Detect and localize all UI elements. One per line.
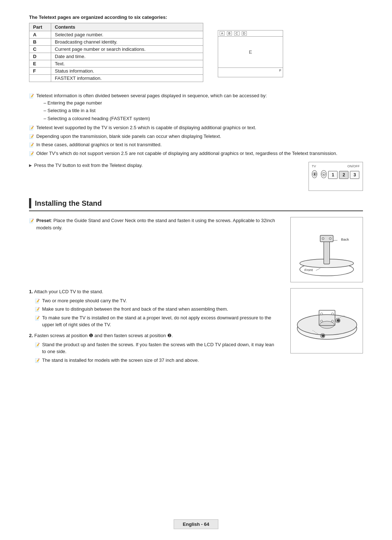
section-bar-icon	[29, 198, 31, 208]
col-header-part: Part	[29, 23, 51, 31]
top-row: Part Contents A Selected page number. B …	[29, 23, 363, 86]
step-2-note-text-2: The stand is installed for models with t…	[42, 357, 199, 364]
col-header-contents: Contents	[51, 23, 203, 31]
label-d: D	[242, 31, 247, 36]
preset-note: 📝 Preset: Place the Guide Stand and Cove…	[29, 217, 276, 231]
tv-center-e: E	[218, 37, 283, 68]
table-row: E Text.	[29, 60, 203, 68]
remote-top-labels: TV ON/OFF	[312, 164, 360, 168]
svg-text:Front: Front	[305, 268, 313, 272]
note-item-4: 📝 In these cases, additional graphics or…	[29, 141, 363, 148]
note-icon-1: 📝	[29, 93, 34, 99]
step-1-note-3: 📝 To make sure the TV is installed on th…	[35, 314, 276, 328]
press-note-item: ▶ Press the TV button to exit from the T…	[29, 162, 294, 169]
note-icon-5: 📝	[29, 151, 34, 157]
remote-btn-1: 1	[328, 171, 338, 179]
part-empty	[29, 75, 51, 82]
step-1-note-2: 📝 Make sure to distinguish between the f…	[35, 306, 276, 313]
press-note-icon: ▶	[29, 163, 32, 168]
note-text-3: Depending upon the transmission, blank s…	[36, 133, 221, 140]
note-icon-4: 📝	[29, 142, 34, 148]
section-title: Installing the Stand	[35, 199, 102, 208]
stand-preset-row: 📝 Preset: Place the Guide Stand and Cove…	[29, 217, 363, 282]
content-c: Current page number or search indication…	[51, 46, 203, 53]
step-1-note-text-3: To make sure the TV is installed on the …	[42, 314, 276, 328]
table-row: B Broadcasting channel identity.	[29, 38, 203, 46]
note-item-5: 📝 Older TV's which do not support versio…	[29, 150, 363, 157]
label-c: C	[234, 31, 240, 36]
step-2-number: 2.	[29, 333, 33, 338]
teletext-table-container: Part Contents A Selected page number. B …	[29, 23, 203, 86]
step-1: 1. Attach your LCD TV to the stand. 📝 Tw…	[29, 288, 276, 328]
sub-bullet-2: Selecting a title in a list	[44, 107, 267, 114]
mid-row: ▶ Press the TV button to exit from the T…	[29, 162, 363, 191]
part-e: E	[29, 60, 51, 68]
step-1-number: 1.	[29, 289, 33, 294]
content-f: Status information.	[51, 68, 203, 75]
table-row: F Status information.	[29, 68, 203, 75]
label-a: A	[220, 31, 225, 36]
screws-svg: ❶ ❷	[291, 289, 363, 354]
onoff-label: ON/OFF	[347, 164, 360, 168]
note-text-1: Teletext information is often divided be…	[36, 92, 267, 123]
part-b: B	[29, 38, 51, 46]
page-footer: English - 64	[174, 519, 219, 529]
content-fastext: FASTEXT information.	[51, 75, 203, 82]
remote-btn-onoff-circle: ★	[321, 170, 326, 178]
table-row: A Selected page number.	[29, 31, 203, 38]
note-text-4: In these cases, additional graphics or t…	[36, 141, 162, 148]
preset-note-text: Preset: Place the Guide Stand and Cover …	[36, 217, 276, 231]
preset-note-icon: 📝	[29, 218, 34, 224]
stand-svg: Back Front	[294, 221, 359, 278]
label-b: B	[227, 31, 232, 36]
part-f: F	[29, 68, 51, 75]
svg-text:Back: Back	[341, 237, 349, 241]
table-row: C Current page number or search indicati…	[29, 46, 203, 53]
content-d: Date and time.	[51, 53, 203, 60]
note-item-3: 📝 Depending upon the transmission, blank…	[29, 133, 363, 140]
steps-text: 1. Attach your LCD TV to the stand. 📝 Tw…	[29, 288, 276, 367]
svg-rect-6	[324, 241, 330, 264]
steps-row: 1. Attach your LCD TV to the stand. 📝 Tw…	[29, 288, 363, 367]
press-note-text: ▶ Press the TV button to exit from the T…	[29, 162, 294, 171]
content-e: Text.	[51, 60, 203, 68]
step-2-note-icon-1: 📝	[35, 342, 40, 348]
remote-btn-2: 2	[339, 171, 348, 179]
note-icon-3: 📝	[29, 134, 34, 140]
note-text-5: Older TV's which do not support version …	[36, 150, 337, 157]
step-1-note-icon-1: 📝	[35, 298, 40, 304]
press-note-label: Press the TV button to exit from the Tel…	[34, 162, 143, 169]
step-1-note-text-1: Two or more people should carry the TV.	[42, 297, 127, 304]
part-d: D	[29, 53, 51, 60]
table-row: D Date and time.	[29, 53, 203, 60]
step-1-note-icon-3: 📝	[35, 315, 40, 321]
tv-top-bar: A B C D	[218, 30, 283, 37]
step-1-note-text-2: Make sure to distinguish between the fro…	[42, 306, 228, 313]
remote-buttons: ★ 1 2 3	[312, 169, 360, 179]
note-text-2: Teletext level supported by the TV is ve…	[36, 124, 256, 131]
intro-heading: The Teletext pages are organized accordi…	[29, 15, 363, 20]
step-2-note-2: 📝 The stand is installed for models with…	[35, 357, 276, 364]
svg-rect-1	[314, 173, 315, 175]
remote-btn-3: 3	[350, 171, 359, 179]
sub-bullet-3: Selecting a coloured heading (FASTEXT sy…	[44, 115, 267, 122]
stand-diagram: Back Front	[290, 217, 363, 282]
step-2-note-text-1: Stand the product up and fasten the scre…	[42, 341, 276, 355]
screws-diagram: ❶ ❷	[290, 288, 363, 353]
svg-text:❶: ❶	[321, 334, 324, 338]
part-c: C	[29, 46, 51, 53]
step-2-text: Fasten screws at position ❶ and then fas…	[34, 333, 173, 338]
tv-screen-diagram: A B C D E F	[218, 30, 283, 77]
step-1-note-icon-2: 📝	[35, 306, 40, 312]
tv-label: TV	[312, 164, 316, 168]
svg-text:★: ★	[323, 173, 325, 176]
content-a: Selected page number.	[51, 31, 203, 38]
remote-btn-tv-circle	[312, 170, 317, 178]
part-a: A	[29, 31, 51, 38]
section-heading: Installing the Stand	[29, 198, 363, 211]
notes-section: 📝 Teletext information is often divided …	[29, 92, 363, 157]
stand-preset-text: 📝 Preset: Place the Guide Stand and Cove…	[29, 217, 276, 233]
teletext-table: Part Contents A Selected page number. B …	[29, 23, 203, 82]
note-item-2: 📝 Teletext level supported by the TV is …	[29, 124, 363, 131]
note-icon-2: 📝	[29, 125, 34, 131]
